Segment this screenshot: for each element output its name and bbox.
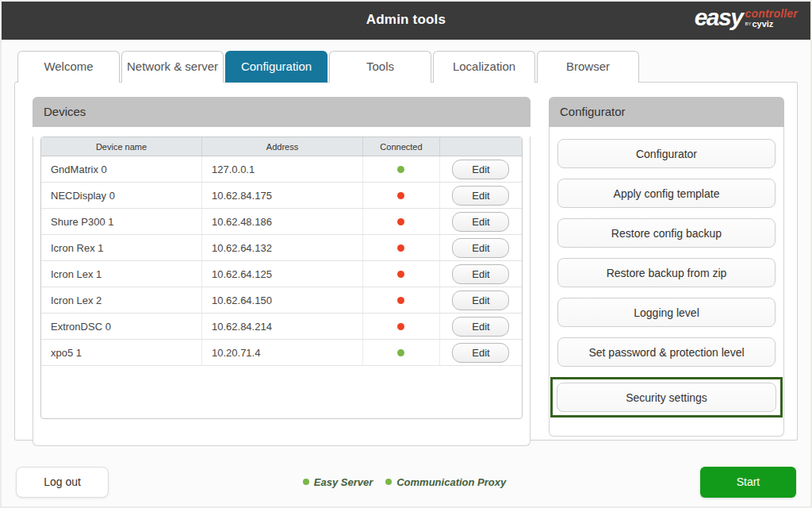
edit-cell: Edit (440, 235, 522, 260)
device-address: 10.62.84.175 (202, 183, 363, 208)
device-address: 127.0.0.1 (202, 156, 363, 182)
edit-button[interactable]: Edit (452, 186, 509, 206)
device-address: 10.62.64.125 (202, 261, 363, 287)
column-connected: Connected (363, 137, 440, 156)
table-row: xpo5 110.20.71.4Edit (41, 340, 522, 366)
status-label: Communication Proxy (396, 476, 506, 488)
table-row: GndMatrix 0127.0.0.1Edit (41, 156, 522, 183)
device-table: Device name Address Connected GndMatrix … (40, 137, 523, 419)
connected-cell (363, 287, 440, 313)
connected-cell (363, 209, 440, 234)
devices-panel: Devices Device name Address Connected Gn… (33, 97, 530, 437)
configurator-panel: Configurator ConfiguratorApply config te… (549, 97, 784, 437)
apply-config-template-button[interactable]: Apply config template (557, 179, 776, 208)
connected-dot (397, 166, 404, 173)
connected-dot (397, 271, 404, 278)
connected-dot (397, 297, 404, 304)
logging-level-button[interactable]: Logging level (557, 298, 776, 327)
security-settings-button[interactable]: Security settings (557, 383, 776, 412)
connected-cell (363, 314, 440, 339)
status-item: Communication Proxy (385, 476, 506, 488)
connected-cell (363, 183, 440, 208)
table-row: Shure P300 110.62.48.186Edit (41, 209, 522, 235)
tab-bar: WelcomeNetwork & serverConfigurationTool… (17, 51, 810, 83)
status-item: Easy Server (303, 476, 373, 488)
table-row: NECDisplay 010.62.84.175Edit (41, 183, 522, 209)
devices-panel-title: Devices (33, 97, 530, 127)
logo-byline: bycyviz (745, 20, 798, 29)
connected-dot (397, 323, 404, 330)
edit-button[interactable]: Edit (452, 264, 509, 284)
edit-button[interactable]: Edit (452, 317, 509, 337)
logo-controller-text: controller (745, 8, 798, 19)
edit-button[interactable]: Edit (452, 238, 509, 258)
tab-welcome[interactable]: Welcome (17, 51, 120, 83)
column-address: Address (202, 137, 363, 156)
configurator-buttons: ConfiguratorApply config templateRestore… (550, 127, 783, 418)
device-name: Icron Rex 1 (41, 235, 202, 260)
tab-tools[interactable]: Tools (329, 51, 431, 83)
status-dot (303, 479, 309, 485)
connected-cell (363, 156, 440, 182)
app-header: Admin tools easy controller bycyviz (0, 0, 812, 40)
table-row: Icron Lex 110.62.64.125Edit (41, 261, 522, 287)
tab-localization[interactable]: Localization (433, 51, 535, 83)
connected-dot (397, 244, 404, 252)
connected-cell (363, 261, 440, 287)
page-title: Admin tools (366, 12, 446, 28)
table-header-row: Device name Address Connected (41, 137, 522, 156)
log-out-button[interactable]: Log out (16, 467, 109, 498)
device-table-body: GndMatrix 0127.0.0.1EditNECDisplay 010.6… (41, 156, 522, 366)
table-row: Icron Rex 110.62.64.132Edit (41, 235, 522, 261)
table-row: ExtronDSC 010.62.84.214Edit (41, 314, 522, 340)
brand-logo: easy controller bycyviz (695, 6, 798, 29)
device-name: ExtronDSC 0 (41, 314, 202, 339)
edit-button[interactable]: Edit (452, 212, 509, 232)
tab-network-server[interactable]: Network & server (121, 51, 224, 83)
connected-dot (397, 349, 404, 356)
device-name: xpo5 1 (41, 340, 202, 365)
tab-browser[interactable]: Browser (537, 51, 639, 83)
connected-dot (397, 218, 404, 225)
device-name: Shure P300 1 (41, 209, 202, 234)
device-name: GndMatrix 0 (41, 156, 202, 182)
edit-button[interactable]: Edit (452, 343, 509, 363)
status-dot (385, 479, 392, 485)
edit-button[interactable]: Edit (452, 291, 509, 310)
set-password-protection-level-button[interactable]: Set password & protection level (557, 337, 776, 367)
tab-configuration[interactable]: Configuration (225, 51, 327, 83)
device-address: 10.62.64.150 (202, 287, 363, 313)
device-address: 10.62.84.214 (202, 314, 363, 339)
device-address: 10.20.71.4 (202, 340, 363, 365)
restore-backup-from-zip-button[interactable]: Restore backup from zip (557, 258, 776, 287)
connected-cell (363, 235, 440, 260)
configurator-panel-title: Configurator (549, 97, 784, 127)
column-actions (440, 137, 522, 156)
admin-tools-window: Admin tools easy controller bycyviz Welc… (0, 0, 812, 508)
edit-cell: Edit (440, 261, 522, 287)
status-label: Easy Server (314, 476, 373, 488)
edit-cell: Edit (440, 209, 522, 234)
connected-cell (363, 340, 440, 365)
edit-cell: Edit (440, 183, 522, 208)
edit-cell: Edit (440, 314, 522, 339)
configurator-button[interactable]: Configurator (557, 139, 776, 168)
start-button[interactable]: Start (700, 467, 796, 498)
connected-dot (397, 192, 404, 199)
edit-cell: Edit (440, 340, 522, 365)
content-frame: Devices Device name Address Connected Gn… (14, 82, 798, 441)
configurator-panel-body: ConfiguratorApply config templateRestore… (549, 127, 784, 437)
table-row: Icron Lex 210.62.64.150Edit (41, 287, 522, 314)
column-device-name: Device name (41, 137, 202, 156)
device-address: 10.62.48.186 (202, 209, 363, 234)
edit-cell: Edit (440, 287, 522, 313)
device-name: NECDisplay 0 (41, 183, 202, 208)
server-status-group: Easy ServerCommunication Proxy (303, 476, 506, 488)
device-name: Icron Lex 1 (41, 261, 202, 287)
edit-button[interactable]: Edit (452, 160, 509, 179)
edit-cell: Edit (440, 156, 522, 182)
device-address: 10.62.64.132 (202, 235, 363, 260)
highlight-box: Security settings (550, 377, 783, 418)
restore-config-backup-button[interactable]: Restore config backup (557, 218, 776, 248)
footer-bar: Log out Easy ServerCommunication Proxy S… (2, 457, 810, 506)
